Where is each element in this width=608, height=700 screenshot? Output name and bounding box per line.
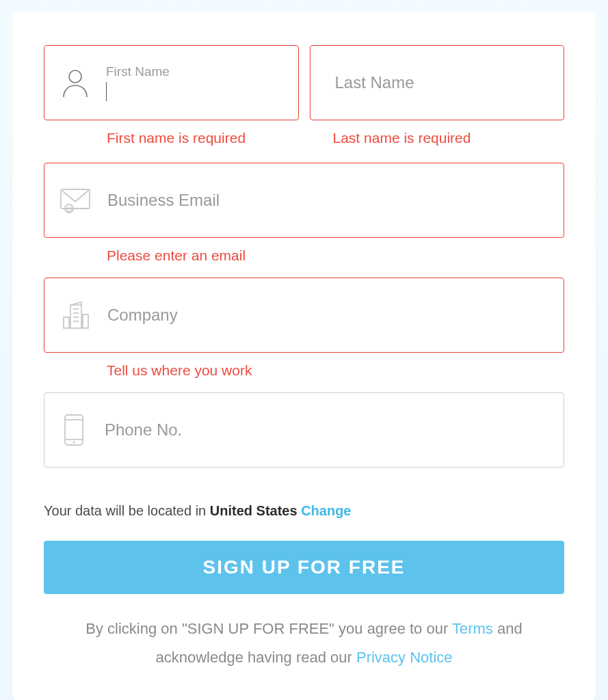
company-error: Tell us where you work: [107, 362, 564, 379]
signup-button[interactable]: SIGN UP FOR FREE: [44, 541, 564, 594]
building-icon: [60, 299, 91, 331]
company-group: Tell us where you work: [44, 278, 564, 379]
svg-text:@: @: [66, 206, 72, 213]
email-input[interactable]: [106, 190, 548, 211]
first-name-input[interactable]: [107, 82, 283, 101]
email-error: Please enter an email: [107, 247, 564, 264]
email-icon: @: [60, 187, 91, 214]
svg-point-14: [72, 441, 75, 443]
privacy-link[interactable]: Privacy Notice: [356, 649, 453, 666]
phone-input[interactable]: [103, 420, 548, 440]
change-location-link[interactable]: Change: [301, 503, 351, 518]
first-name-group: First Name First name is required: [44, 45, 299, 160]
last-name-input[interactable]: [334, 72, 549, 93]
first-name-error: First name is required: [107, 130, 299, 146]
phone-field[interactable]: [44, 392, 564, 468]
first-name-label: First Name: [106, 64, 283, 79]
legal-text: By clicking on "SIGN UP FOR FREE" you ag…: [44, 615, 564, 672]
last-name-error: Last name is required: [333, 130, 565, 146]
last-name-field[interactable]: [310, 45, 565, 120]
terms-link[interactable]: Terms: [452, 620, 493, 637]
svg-rect-9: [64, 317, 69, 328]
data-location-line: Your data will be located in United Stat…: [44, 503, 564, 519]
first-name-field[interactable]: First Name: [44, 45, 299, 120]
phone-group: [44, 392, 564, 468]
last-name-group: Last name is required: [310, 45, 565, 160]
svg-rect-10: [83, 314, 88, 328]
email-field[interactable]: @: [44, 163, 564, 238]
svg-point-0: [69, 70, 81, 83]
name-row: First Name First name is required Last n…: [44, 45, 564, 160]
person-icon: [60, 67, 91, 98]
email-group: @ Please enter an email: [44, 163, 564, 264]
signup-card: First Name First name is required Last n…: [12, 12, 596, 700]
phone-icon: [60, 414, 88, 446]
location-prefix: Your data will be located in: [44, 503, 210, 518]
svg-rect-1: [61, 189, 90, 208]
company-field[interactable]: [44, 278, 564, 353]
company-input[interactable]: [106, 305, 548, 325]
legal-before: By clicking on "SIGN UP FOR FREE" you ag…: [85, 620, 452, 637]
location-country: United States: [210, 503, 298, 518]
